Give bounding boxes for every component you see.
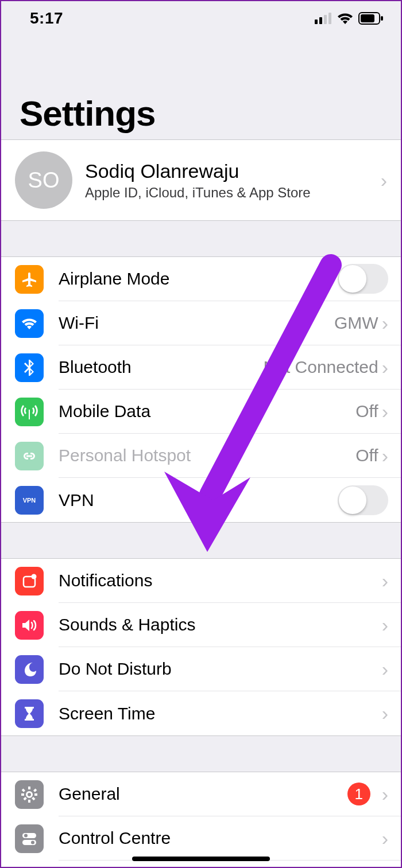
row-control-centre[interactable]: Control Centre › — [1, 816, 401, 861]
row-label: General — [59, 784, 347, 804]
chevron-right-icon: › — [378, 702, 388, 725]
row-do-not-disturb[interactable]: Do Not Disturb › — [1, 647, 401, 691]
airplane-icon — [15, 265, 44, 294]
row-airplane-mode[interactable]: Airplane Mode — [1, 257, 401, 301]
row-label: VPN — [59, 491, 338, 510]
row-value: GMW — [334, 313, 378, 333]
status-icons — [315, 12, 384, 25]
row-notifications[interactable]: Notifications › — [1, 559, 401, 603]
chevron-right-icon: › — [378, 445, 388, 467]
wifi-status-icon — [337, 12, 354, 25]
chevron-right-icon: › — [378, 614, 388, 636]
row-wifi[interactable]: Wi-Fi GMW › — [1, 301, 401, 345]
row-general[interactable]: General 1 › — [1, 772, 401, 816]
chevron-right-icon: › — [378, 312, 388, 334]
row-display-brightness[interactable]: AA Display & Brightness › — [1, 861, 401, 868]
chevron-right-icon: › — [377, 169, 387, 192]
row-sounds-haptics[interactable]: Sounds & Haptics › — [1, 603, 401, 647]
svg-rect-2 — [324, 15, 327, 24]
gear-icon — [15, 780, 44, 809]
avatar: SO — [15, 151, 72, 209]
wifi-icon — [15, 309, 44, 338]
svg-text:VPN: VPN — [23, 497, 36, 504]
profile-name: Sodiq Olanrewaju — [85, 160, 365, 182]
row-label: Wi-Fi — [59, 313, 334, 333]
antenna-icon — [15, 398, 44, 426]
row-label: Screen Time — [59, 704, 378, 723]
row-value: Off — [355, 446, 378, 465]
page-title: Settings — [20, 93, 387, 134]
hotspot-icon — [15, 442, 44, 470]
row-personal-hotspot[interactable]: Personal Hotspot Off › — [1, 434, 401, 478]
airplane-toggle[interactable] — [338, 264, 388, 294]
row-label: Notifications — [59, 571, 378, 590]
chevron-right-icon: › — [378, 570, 388, 592]
chevron-right-icon: › — [378, 400, 388, 423]
chevron-right-icon: › — [378, 827, 388, 850]
svg-rect-0 — [315, 20, 318, 24]
row-value: Not Connected — [264, 357, 378, 377]
row-label: Mobile Data — [59, 402, 355, 421]
chevron-right-icon: › — [378, 658, 388, 680]
group-profile: SO Sodiq Olanrewaju Apple ID, iCloud, iT… — [1, 139, 401, 221]
row-label: Airplane Mode — [59, 269, 338, 289]
bluetooth-icon — [15, 353, 44, 382]
svg-rect-5 — [361, 14, 374, 22]
group-network: Airplane Mode Wi-Fi GMW › Bluetooth Not … — [1, 256, 401, 523]
badge: 1 — [347, 783, 370, 805]
cellular-icon — [315, 13, 332, 24]
chevron-right-icon: › — [378, 356, 388, 379]
svg-rect-1 — [319, 17, 322, 24]
row-value: Off — [355, 402, 378, 421]
vpn-toggle[interactable] — [338, 485, 388, 515]
group-system: General 1 › Control Centre › AA Display … — [1, 772, 401, 868]
profile-subtitle: Apple ID, iCloud, iTunes & App Store — [85, 185, 365, 201]
speaker-icon — [15, 611, 44, 640]
status-bar: 5:17 — [1, 1, 401, 36]
row-label: Bluetooth — [59, 357, 264, 377]
battery-icon — [358, 12, 384, 25]
row-bluetooth[interactable]: Bluetooth Not Connected › — [1, 345, 401, 390]
row-label: Do Not Disturb — [59, 659, 378, 679]
vpn-icon: VPN — [15, 486, 44, 515]
row-apple-id[interactable]: SO Sodiq Olanrewaju Apple ID, iCloud, iT… — [1, 140, 401, 220]
row-vpn[interactable]: VPN VPN — [1, 478, 401, 522]
svg-point-11 — [24, 834, 28, 837]
svg-point-13 — [31, 840, 34, 844]
row-label: Sounds & Haptics — [59, 615, 378, 635]
svg-rect-3 — [328, 13, 331, 24]
notifications-icon — [15, 567, 44, 595]
svg-rect-6 — [381, 16, 383, 21]
home-indicator — [132, 857, 270, 861]
row-screen-time[interactable]: Screen Time › — [1, 691, 401, 735]
group-alerts: Notifications › Sounds & Haptics › Do No… — [1, 558, 401, 736]
status-time: 5:17 — [30, 9, 63, 28]
hourglass-icon — [15, 699, 44, 728]
switches-icon — [15, 824, 44, 853]
svg-point-9 — [32, 574, 37, 579]
row-label: Personal Hotspot — [59, 446, 355, 465]
moon-icon — [15, 655, 44, 684]
row-label: Control Centre — [59, 828, 378, 848]
row-mobile-data[interactable]: Mobile Data Off › — [1, 390, 401, 434]
chevron-right-icon: › — [378, 783, 388, 805]
